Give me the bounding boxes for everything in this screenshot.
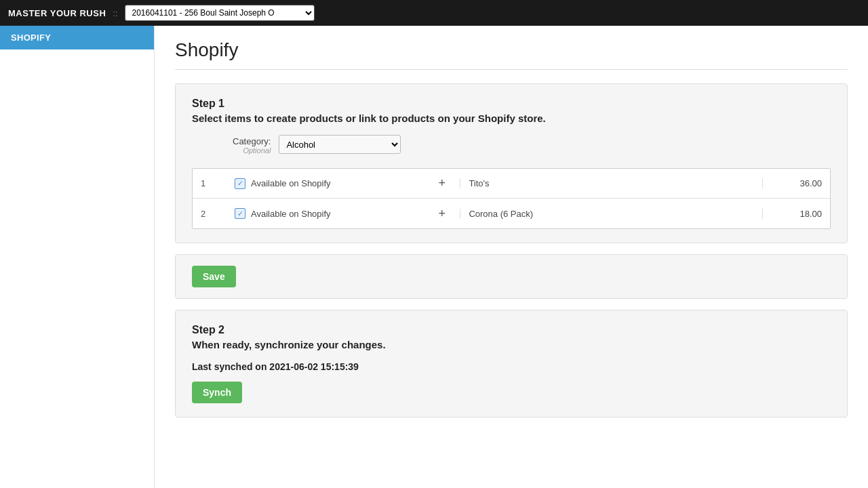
- layout: SHOPIFY Shopify Step 1 Select items to c…: [0, 26, 868, 488]
- sidebar: SHOPIFY: [0, 26, 155, 488]
- step1-subheading: Select items to create products or link …: [192, 113, 831, 124]
- available-label: Available on Shopify: [251, 209, 331, 219]
- available-label: Available on Shopify: [251, 178, 331, 188]
- available-col: Available on Shopify: [226, 208, 433, 219]
- topbar-separator: ::: [113, 8, 117, 18]
- last-synched-text: Last synched on 2021-06-02 15:15:39: [192, 361, 831, 372]
- table-row: 1 Available on Shopify + Tito's 36.00: [193, 169, 830, 199]
- step1-heading: Step 1: [192, 98, 831, 110]
- main-content: Shopify Step 1 Select items to create pr…: [155, 26, 868, 488]
- step2-card: Step 2 When ready, synchronize your chan…: [175, 310, 848, 418]
- product-price: 36.00: [762, 178, 830, 188]
- category-select[interactable]: Alcohol: [279, 135, 401, 154]
- step2-heading: Step 2: [192, 324, 831, 336]
- save-card: Save: [175, 254, 848, 299]
- category-label-wrap: Category: Optional: [233, 135, 271, 155]
- save-button[interactable]: Save: [192, 266, 236, 287]
- table-row: 2 Available on Shopify + Corona (6 Pack)…: [193, 199, 830, 228]
- add-button-row1[interactable]: +: [433, 176, 460, 190]
- step2-subheading: When ready, synchronize your changes.: [192, 339, 831, 350]
- product-name: Tito's: [460, 178, 762, 188]
- category-row: Category: Optional Alcohol: [192, 135, 831, 155]
- available-checkbox[interactable]: [235, 208, 245, 219]
- step1-card: Step 1 Select items to create products o…: [175, 83, 848, 243]
- product-name: Corona (6 Pack): [460, 209, 762, 219]
- topbar: MASTER YOUR RUSH :: 2016041101 - 256 Bou…: [0, 0, 868, 26]
- product-price: 18.00: [762, 209, 830, 219]
- sidebar-item-shopify[interactable]: SHOPIFY: [0, 26, 154, 49]
- available-col: Available on Shopify: [226, 178, 433, 189]
- category-optional-label: Optional: [243, 146, 271, 155]
- app-title: MASTER YOUR RUSH: [8, 8, 106, 18]
- page-title: Shopify: [175, 39, 848, 70]
- synch-button[interactable]: Synch: [192, 382, 242, 403]
- add-button-row2[interactable]: +: [433, 207, 460, 221]
- location-select[interactable]: 2016041101 - 256 Boul Saint Joseph O: [125, 5, 315, 21]
- row-number: 2: [193, 209, 226, 219]
- category-label: Category:: [233, 136, 271, 146]
- items-table: 1 Available on Shopify + Tito's 36.00 2 …: [192, 168, 831, 229]
- row-number: 1: [193, 178, 226, 188]
- available-checkbox[interactable]: [235, 178, 245, 189]
